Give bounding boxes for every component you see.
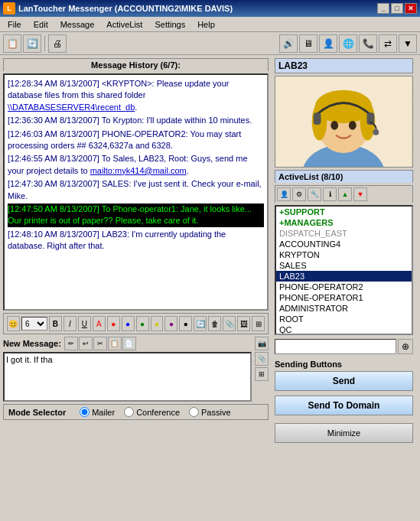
expand-right-btn[interactable]: ⊞ bbox=[255, 367, 269, 381]
al-item-phone-op2[interactable]: PHONE-OPERATOR2 bbox=[276, 282, 412, 292]
new-message-section: New Message: ✏ ↩ ✂ 📋 📄 📷 I got it. If th… bbox=[3, 337, 269, 402]
copy-icon-btn[interactable]: 📋 bbox=[108, 337, 122, 350]
phone-button[interactable]: 📞 bbox=[359, 34, 377, 53]
monitor-button[interactable]: 🖥 bbox=[299, 34, 317, 53]
smiley-icon-btn[interactable]: 😊 bbox=[7, 316, 20, 331]
red-circle-btn[interactable]: ● bbox=[107, 316, 120, 331]
menu-bar: File Edit Message ActiveList Settings He… bbox=[0, 17, 420, 32]
al-item-accounting4[interactable]: ACCOUNTING4 bbox=[276, 239, 412, 249]
paste-icon-btn[interactable]: 📄 bbox=[122, 337, 136, 350]
main-content: Message History (6/7): [12:28:34 AM 8/13… bbox=[0, 55, 420, 521]
msg-line-0: [12:28:34 AM 8/13/2007] <KRYPTON>: Pleas… bbox=[8, 78, 264, 113]
print-button[interactable]: 🖨 bbox=[48, 34, 67, 53]
menu-activelist[interactable]: ActiveList bbox=[100, 18, 148, 31]
maximize-window-button[interactable]: □ bbox=[391, 3, 403, 14]
sending-buttons-label: Sending Buttons bbox=[275, 360, 413, 369]
al-settings-btn[interactable]: ⚙ bbox=[292, 187, 306, 201]
mode-mailer[interactable]: Mailer bbox=[80, 407, 115, 417]
black-circle-btn[interactable]: ● bbox=[179, 316, 192, 331]
title-bar-controls: _ □ ✕ bbox=[377, 3, 417, 14]
image-btn[interactable]: 🖼 bbox=[237, 316, 250, 331]
new-message-top: New Message: ✏ ↩ ✂ 📋 📄 📷 bbox=[3, 337, 269, 350]
mode-passive[interactable]: Passive bbox=[189, 407, 231, 417]
al-up-btn[interactable]: ▲ bbox=[338, 187, 352, 201]
cut-icon-btn[interactable]: ✂ bbox=[93, 337, 107, 350]
al-item-dispatch[interactable]: DISPATCH_EAST bbox=[276, 228, 412, 239]
yellow-circle-btn[interactable]: ● bbox=[151, 316, 164, 331]
send-button[interactable]: Send bbox=[275, 371, 413, 391]
dropdown-button[interactable]: ▼ bbox=[399, 34, 417, 53]
al-item-managers[interactable]: +MANAGERS bbox=[276, 217, 412, 228]
close-window-button[interactable]: ✕ bbox=[405, 3, 417, 14]
menu-edit[interactable]: Edit bbox=[28, 18, 54, 31]
search-input[interactable] bbox=[275, 339, 396, 354]
msg-line-3: [12:46:55 AM 8/13/2007] To Sales, LAB23,… bbox=[8, 153, 264, 177]
minimize-button[interactable]: Minimize bbox=[275, 423, 413, 443]
bold-icon-btn[interactable]: B bbox=[49, 316, 62, 331]
al-item-phone-op1[interactable]: PHONE-OPERATOR1 bbox=[276, 292, 412, 303]
msg-line-1: [12:36:30 AM 8/13/2007] To Krypton: I'll… bbox=[8, 115, 264, 126]
undo-icon-btn[interactable]: ↩ bbox=[79, 337, 93, 350]
purple-circle-btn[interactable]: ● bbox=[164, 316, 177, 331]
user-name-bar: LAB23 bbox=[275, 58, 413, 73]
blue-circle-btn[interactable]: ● bbox=[122, 316, 135, 331]
refresh-msg-btn[interactable]: 🔄 bbox=[194, 316, 207, 331]
font-size-select[interactable]: 678910 1112141618 bbox=[21, 317, 47, 331]
speaker-button[interactable]: 🔊 bbox=[279, 34, 298, 53]
active-list-toolbar: 👤 ⚙ 🔧 ℹ ▲ ▼ bbox=[275, 185, 413, 203]
network-button[interactable]: 🌐 bbox=[339, 34, 357, 53]
attach-right-btn[interactable]: 📎 bbox=[255, 352, 269, 366]
msg-line-6: [12:48:10 AM 8/13/2007] LAB23: I'm curre… bbox=[8, 229, 264, 252]
al-item-support[interactable]: +SUPPORT bbox=[276, 207, 412, 217]
al-add-btn[interactable]: 👤 bbox=[277, 187, 291, 201]
clear-msg-btn[interactable]: 🗑 bbox=[208, 316, 221, 331]
main-toolbar: 📋 🔄 🖨 🔊 🖥 👤 🌐 📞 ⇄ ▼ bbox=[0, 32, 420, 55]
new-message-input[interactable]: I got it. If tha bbox=[3, 352, 252, 402]
msg-link-email[interactable]: mailto:myk414@mail.com bbox=[90, 166, 187, 175]
menu-help[interactable]: Help bbox=[191, 18, 221, 31]
mode-passive-radio[interactable] bbox=[189, 407, 199, 417]
msg-history-box[interactable]: [12:28:34 AM 8/13/2007] <KRYPTON>: Pleas… bbox=[3, 73, 269, 311]
camera-icon-btn[interactable]: 📷 bbox=[255, 337, 269, 350]
toolbar-separator bbox=[44, 36, 45, 51]
transfer-button[interactable]: ⇄ bbox=[379, 34, 397, 53]
minimize-window-button[interactable]: _ bbox=[377, 3, 389, 14]
expand-btn[interactable]: ⊞ bbox=[252, 316, 265, 331]
search-button[interactable]: ⊕ bbox=[398, 339, 413, 354]
al-item-lab23[interactable]: LAB23 bbox=[276, 271, 412, 282]
al-down-btn[interactable]: ▼ bbox=[353, 187, 367, 201]
msg-history-header: Message History (6/7): bbox=[3, 58, 269, 71]
menu-file[interactable]: File bbox=[2, 18, 28, 31]
al-item-admin[interactable]: ADMINISTRATOR bbox=[276, 303, 412, 314]
attach-btn[interactable]: 📎 bbox=[223, 316, 236, 331]
al-info-btn[interactable]: ℹ bbox=[323, 187, 337, 201]
mode-conference-radio[interactable] bbox=[124, 407, 134, 417]
search-row: ⊕ bbox=[275, 339, 413, 354]
msg-line-5-highlight: [12:47:50 AM 8/13/2007] To Phone-operato… bbox=[8, 204, 264, 227]
al-item-root[interactable]: ROOT bbox=[276, 314, 412, 324]
new-message-label: New Message: bbox=[3, 339, 61, 348]
green-circle-btn[interactable]: ● bbox=[136, 316, 149, 331]
refresh-button[interactable]: 🔄 bbox=[23, 34, 41, 53]
color-icon-btn[interactable]: A bbox=[93, 316, 106, 331]
user-button[interactable]: 👤 bbox=[319, 34, 337, 53]
underline-icon-btn[interactable]: U bbox=[78, 316, 91, 331]
menu-settings[interactable]: Settings bbox=[148, 18, 191, 31]
mode-conference[interactable]: Conference bbox=[124, 407, 180, 417]
al-item-krypton[interactable]: KRYPTON bbox=[276, 249, 412, 260]
send-to-domain-button[interactable]: Send To Domain bbox=[275, 396, 413, 415]
menu-message[interactable]: Message bbox=[54, 18, 101, 31]
svg-point-8 bbox=[349, 121, 357, 130]
msg-line-4: [12:47:30 AM 8/13/2007] SALES: I've just… bbox=[8, 178, 264, 202]
italic-icon-btn[interactable]: I bbox=[63, 316, 77, 331]
active-list-header: ActiveList (8/10) bbox=[275, 170, 413, 183]
edit-icon-btn[interactable]: ✏ bbox=[64, 337, 78, 350]
left-panel: Message History (6/7): [12:28:34 AM 8/13… bbox=[0, 55, 272, 521]
mode-mailer-radio[interactable] bbox=[80, 407, 90, 417]
al-item-sales[interactable]: SALES bbox=[276, 260, 412, 271]
clipboard-button[interactable]: 📋 bbox=[3, 34, 21, 53]
al-item-qc[interactable]: QC bbox=[276, 324, 412, 335]
active-list-box[interactable]: +SUPPORT +MANAGERS DISPATCH_EAST ACCOUNT… bbox=[275, 205, 413, 335]
al-filter-btn[interactable]: 🔧 bbox=[308, 187, 321, 201]
msg-link-db[interactable]: \\DATABASESERVER4\recent_db bbox=[8, 103, 135, 112]
